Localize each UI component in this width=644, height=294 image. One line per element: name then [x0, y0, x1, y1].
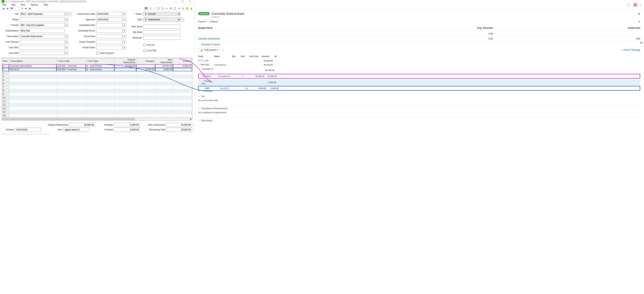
cell-costcode[interactable]	[56, 96, 86, 100]
cell-newsub[interactable]	[155, 86, 173, 89]
vendor-input[interactable]	[20, 23, 64, 27]
last-record-button[interactable]: ▶|	[28, 7, 32, 10]
cell-costtype[interactable]: 4 - Subcontract	[86, 64, 114, 68]
cell-description[interactable]	[9, 82, 56, 86]
cell-costcode[interactable]	[56, 100, 86, 103]
row-number[interactable]: 11	[2, 100, 9, 103]
col-description[interactable]: * Description	[9, 58, 56, 64]
cell-original[interactable]	[114, 100, 136, 103]
cell-original[interactable]	[114, 78, 136, 82]
col-row[interactable]: Row	[2, 58, 9, 64]
cell-changes[interactable]	[136, 103, 155, 107]
status-select[interactable]: 4 - Current	[143, 12, 180, 16]
attach-icon[interactable]: 📎	[182, 7, 184, 10]
copy-record-icon[interactable]: 📋	[157, 7, 160, 10]
chevron-down-icon[interactable]: ﹀	[202, 80, 204, 82]
perfbond-input[interactable]	[143, 25, 180, 29]
cell-invoiced[interactable]	[173, 114, 192, 117]
cell-description[interactable]	[9, 75, 56, 78]
avatar-dropdown-icon[interactable]: ▾	[640, 3, 641, 6]
cell-costtype[interactable]	[86, 89, 114, 93]
row-number[interactable]: 14	[2, 110, 9, 114]
cell-description[interactable]	[9, 78, 56, 82]
cell-newsub[interactable]	[155, 71, 173, 75]
cell-description[interactable]	[9, 114, 56, 117]
first-record-button[interactable]: |◀	[2, 7, 5, 10]
sov-tab-c[interactable]: C.	[202, 59, 204, 62]
cell-original[interactable]	[114, 96, 136, 100]
grid-hscrollbar[interactable]: ◀ ▶	[2, 117, 192, 120]
cell-newsub[interactable]	[155, 114, 173, 117]
cell-invoiced[interactable]	[173, 107, 192, 110]
chevron-down-icon[interactable]: ﹀	[198, 64, 200, 66]
view-full-page-link[interactable]: ↗View in full page	[622, 49, 640, 51]
hotlist-checkbox[interactable]	[143, 44, 146, 46]
expand-link[interactable]: Expand	[198, 20, 206, 23]
subdate-input[interactable]	[96, 12, 122, 16]
actualfinish-calendar-icon[interactable]: ⬇	[123, 45, 126, 50]
cell-newsub[interactable]: 5,000.00	[155, 68, 173, 71]
cell-changes[interactable]	[136, 100, 155, 103]
cell-costcode[interactable]	[56, 93, 86, 96]
row-number[interactable]: 1	[2, 64, 9, 68]
cell-original[interactable]	[114, 107, 136, 110]
edit-icon[interactable]: ✎	[178, 7, 180, 10]
cell-newsub[interactable]	[155, 96, 173, 100]
col-original[interactable]: Original Subcontract	[114, 58, 136, 64]
cell-original[interactable]	[114, 93, 136, 96]
bidbond-input[interactable]	[143, 30, 180, 34]
substcomplete-input[interactable]	[96, 40, 122, 44]
cell-changes[interactable]	[136, 71, 155, 75]
costdivision-lookup-icon[interactable]: ⬇	[65, 40, 68, 44]
cell-costcode[interactable]	[56, 82, 86, 86]
cell-costcode[interactable]	[56, 71, 86, 75]
cell-costtype[interactable]	[86, 114, 114, 117]
costdivision-input[interactable]	[20, 40, 64, 44]
vendor-lookup-icon[interactable]: ⬇	[65, 23, 68, 27]
substcomplete-calendar-icon[interactable]: ⬇	[123, 40, 126, 44]
grid-row[interactable]: 15	[2, 114, 192, 117]
row-number[interactable]: 5	[2, 78, 9, 82]
panel-gear-icon[interactable]: ⚙	[638, 20, 640, 23]
row-number[interactable]: 7	[2, 86, 9, 89]
sov-row[interactable]: ﹀ Schedule of ...30,000.00	[198, 67, 640, 73]
row-number[interactable]: 6	[2, 82, 9, 86]
cell-invoiced[interactable]	[173, 89, 192, 93]
cell-original[interactable]	[114, 86, 136, 89]
cell-original[interactable]	[114, 110, 136, 114]
cell-description[interactable]	[9, 107, 56, 110]
cell-costcode[interactable]	[56, 89, 86, 93]
cell-invoiced[interactable]	[173, 71, 192, 75]
cell-costcode[interactable]	[56, 86, 86, 89]
save-icon[interactable]: 💾	[144, 7, 148, 10]
cell-newsub[interactable]	[155, 110, 173, 114]
grid-row[interactable]: 13	[2, 107, 192, 110]
next-record-button[interactable]: ▶	[25, 7, 28, 10]
subcontractno-input[interactable]	[20, 29, 64, 33]
cell-costtype[interactable]	[86, 93, 114, 96]
cell-costcode[interactable]	[56, 114, 86, 117]
approved-input[interactable]	[96, 17, 122, 22]
menu-options[interactable]: Options	[30, 3, 39, 6]
cell-costcode[interactable]	[56, 110, 86, 114]
phase-lookup-icon[interactable]: ⬇	[65, 17, 68, 22]
holdpayment-checkbox[interactable]	[96, 52, 99, 54]
cell-original[interactable]: 30,000.00	[114, 64, 136, 68]
cell-changes[interactable]	[136, 86, 155, 89]
copy-icon[interactable]: ⧉	[169, 7, 172, 10]
cell-newsub[interactable]	[155, 107, 173, 110]
row-number[interactable]: 4	[2, 75, 9, 78]
userdef2-lookup-icon[interactable]: ⬇	[65, 51, 68, 55]
job-lookup-icon[interactable]: ⬇	[65, 12, 68, 16]
cell-costtype[interactable]	[86, 86, 114, 89]
cell-description[interactable]: Concrete-Subcontract	[9, 64, 56, 68]
cell-newsub[interactable]	[155, 100, 173, 103]
cell-invoiced[interactable]	[173, 93, 192, 96]
row-number[interactable]: 10	[2, 96, 9, 100]
tax-add-link[interactable]: Add	[214, 99, 218, 102]
col-newsub[interactable]: New Subcontract	[155, 58, 173, 64]
cell-newsub[interactable]	[155, 82, 173, 86]
sov-tab-e[interactable]: E.	[198, 59, 200, 62]
cell-changes[interactable]	[136, 110, 155, 114]
cell-costtype[interactable]	[86, 103, 114, 107]
